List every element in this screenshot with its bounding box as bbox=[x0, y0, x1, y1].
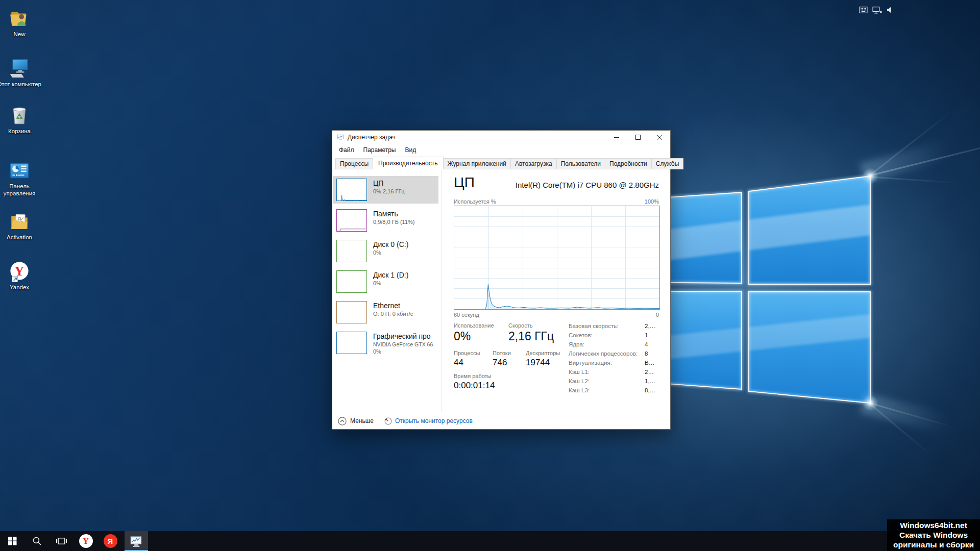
start-button[interactable] bbox=[0, 531, 24, 551]
disk1-thumbnail-chart bbox=[336, 270, 367, 293]
system-tray bbox=[859, 0, 894, 20]
minimize-button[interactable] bbox=[606, 131, 627, 144]
sidebar-item-subtitle: О: 0 П: 0 кбит/с bbox=[373, 310, 413, 317]
fewer-details-button[interactable]: Меньше bbox=[338, 417, 374, 425]
cpu-performance-pane: ЦП Intel(R) Core(TM) i7 CPU 860 @ 2.80GH… bbox=[442, 169, 670, 412]
sidebar-item-subtitle: 0% 2,16 ГГц bbox=[373, 188, 405, 195]
processes-value: 44 bbox=[454, 358, 463, 368]
yandex-ya-icon: Я bbox=[104, 534, 117, 548]
taskbar-task-manager[interactable] bbox=[125, 531, 148, 551]
sidebar-item-subtitle: 0,9/8,0 ГБ (11%) bbox=[373, 218, 414, 226]
sidebar-item-title: Память bbox=[373, 209, 414, 218]
threads-value: 746 bbox=[493, 358, 507, 368]
task-view-button[interactable] bbox=[49, 531, 74, 551]
usage-label: Использование bbox=[454, 322, 494, 329]
desktop-icon-yandex[interactable]: Y Yandex bbox=[0, 258, 41, 291]
task-manager-icon bbox=[130, 535, 143, 548]
detail-value: 4 bbox=[645, 340, 659, 349]
sidebar-item-disk0[interactable]: Диск 0 (C:) 0% bbox=[333, 237, 438, 265]
network-icon[interactable] bbox=[872, 6, 882, 14]
close-button[interactable] bbox=[649, 131, 670, 144]
menu-options[interactable]: Параметры bbox=[359, 146, 401, 154]
sidebar-item-subtitle: 0% bbox=[373, 249, 408, 256]
detail-value: 8 bbox=[645, 349, 659, 358]
touch-keyboard-icon[interactable] bbox=[859, 6, 868, 14]
chart-ymax-label: 100% bbox=[645, 198, 659, 205]
window-title: Диспетчер задач bbox=[348, 134, 606, 141]
detail-label: Логических процессоров: bbox=[569, 349, 638, 358]
fewer-details-label: Меньше bbox=[350, 417, 374, 424]
sidebar-item-cpu[interactable]: ЦП 0% 2,16 ГГц bbox=[333, 176, 438, 204]
yandex-browser-icon: Y bbox=[79, 534, 93, 548]
shortcut-arrow-icon bbox=[12, 276, 18, 282]
tab-strip: Процессы Производительность Журнал прило… bbox=[332, 156, 670, 169]
chart-xmax-label: 0 bbox=[656, 312, 659, 318]
maximize-button[interactable] bbox=[627, 131, 649, 144]
watermark-line: Windows64bit.net bbox=[888, 520, 979, 530]
tab-processes[interactable]: Процессы bbox=[335, 158, 373, 169]
sidebar-item-disk1[interactable]: Диск 1 (D:) 0% bbox=[333, 268, 438, 295]
memory-thumbnail-chart bbox=[336, 209, 367, 232]
desktop-icon-new[interactable]: New bbox=[0, 5, 41, 38]
sidebar-item-title: ЦП bbox=[373, 179, 405, 188]
taskbar-yandex-browser[interactable]: Y bbox=[74, 531, 98, 551]
desktop-icon-activation[interactable]: Activation bbox=[0, 208, 41, 241]
detail-label: Кэш L2: bbox=[569, 377, 590, 386]
processes-label: Процессы bbox=[454, 350, 480, 356]
taskbar: Y Я bbox=[0, 531, 980, 551]
detail-value: В… bbox=[645, 358, 659, 367]
watermark-line: оригиналы и сборки bbox=[888, 540, 979, 549]
desktop-icon-label: New bbox=[13, 31, 25, 38]
open-resource-monitor-label: Открыть монитор ресурсов bbox=[395, 417, 473, 424]
speed-label: Скорость bbox=[508, 322, 533, 329]
menu-file[interactable]: Файл bbox=[334, 146, 359, 154]
glint bbox=[862, 395, 878, 411]
tab-users[interactable]: Пользователи bbox=[556, 158, 605, 169]
tab-details[interactable]: Подробности bbox=[605, 158, 652, 169]
sidebar-item-memory[interactable]: Память 0,9/8,0 ГБ (11%) bbox=[333, 207, 438, 234]
task-manager-window: Диспетчер задач Файл Параметры Вид Проце… bbox=[332, 130, 671, 430]
detail-value: 8,… bbox=[645, 386, 659, 395]
taskbar-yandex-app[interactable]: Я bbox=[98, 531, 122, 551]
detail-label: Кэш L3: bbox=[569, 386, 590, 395]
detail-label: Базовая скорость: bbox=[569, 321, 618, 331]
cpu-details: Базовая скорость:2,… Сокетов:1 Ядра:4 Ло… bbox=[569, 321, 659, 395]
volume-icon[interactable] bbox=[887, 6, 894, 14]
chart-xmin-label: 60 секунд bbox=[454, 312, 479, 318]
gpu-thumbnail-chart bbox=[336, 332, 367, 354]
tab-services[interactable]: Службы bbox=[651, 158, 683, 169]
tab-startup[interactable]: Автозагрузка bbox=[510, 158, 557, 169]
open-resource-monitor-link[interactable]: Открыть монитор ресурсов bbox=[384, 417, 473, 425]
task-manager-app-icon bbox=[337, 134, 345, 141]
folder-activation-icon bbox=[9, 208, 30, 233]
sidebar-item-gpu[interactable]: Графический про NVIDIA GeForce GTX 66 0% bbox=[333, 329, 438, 364]
desktop-icon-this-pc[interactable]: Этот компьютер bbox=[0, 55, 41, 88]
yandex-browser-icon: Y bbox=[8, 258, 31, 283]
handles-label: Дескрипторы bbox=[526, 350, 560, 356]
performance-sidebar: ЦП 0% 2,16 ГГц Память 0,9/8,0 ГБ (11%) Д… bbox=[332, 169, 442, 412]
desktop-icon-control-panel[interactable]: Панель управления bbox=[0, 157, 41, 197]
chart-ylabel: Используется % bbox=[454, 198, 496, 205]
menu-view[interactable]: Вид bbox=[400, 146, 421, 154]
desktop-icon-recycle-bin[interactable]: Корзина bbox=[0, 102, 41, 135]
glint bbox=[862, 168, 878, 184]
folder-user-icon bbox=[9, 5, 30, 30]
task-view-icon bbox=[56, 537, 67, 545]
tab-performance[interactable]: Производительность bbox=[373, 157, 443, 169]
search-icon bbox=[32, 536, 42, 546]
pane-title: ЦП bbox=[454, 174, 475, 191]
title-bar[interactable]: Диспетчер задач bbox=[332, 131, 670, 144]
control-panel-icon bbox=[9, 157, 30, 182]
sidebar-item-subtitle: 0% bbox=[373, 280, 408, 287]
cpu-stats: Использование 0% Скорость 2,16 ГГц Проце… bbox=[454, 321, 659, 408]
search-button[interactable] bbox=[24, 531, 49, 551]
uptime-value: 0:00:01:14 bbox=[454, 381, 495, 391]
desktop: New Этот компьютер bbox=[0, 0, 980, 551]
tab-app-history[interactable]: Журнал приложений bbox=[443, 158, 511, 169]
detail-value: 2… bbox=[645, 367, 659, 377]
sidebar-item-ethernet[interactable]: Ethernet О: 0 П: 0 кбит/с bbox=[333, 298, 438, 326]
handles-value: 19744 bbox=[526, 358, 550, 368]
sidebar-item-subtitle: NVIDIA GeForce GTX 66 bbox=[373, 341, 433, 348]
cpu-device-name: Intel(R) Core(TM) i7 CPU 860 @ 2.80GHz bbox=[516, 181, 659, 189]
cpu-usage-chart bbox=[454, 206, 660, 310]
